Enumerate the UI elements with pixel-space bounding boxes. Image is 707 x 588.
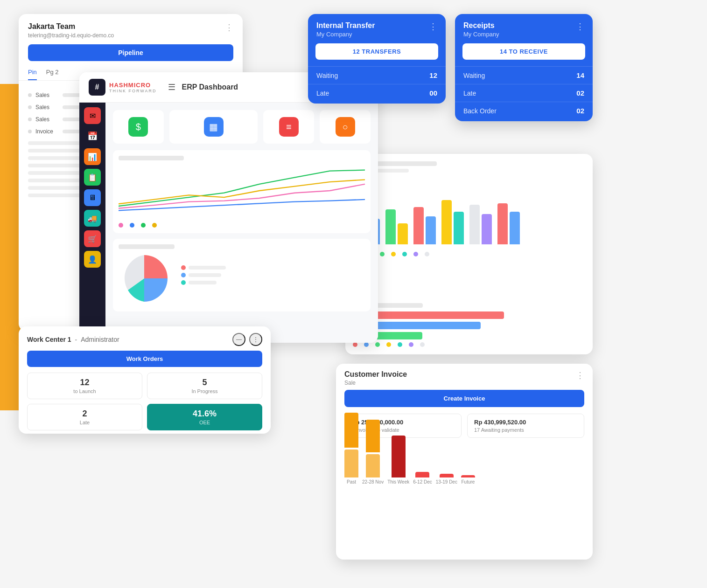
bar-teal-4 [454,212,464,244]
chart-title-placeholder [119,156,184,160]
stat-num-progress: 5 [154,378,255,387]
legend-item-yellow [391,252,396,256]
work-center-card: Work Center 1 - Administrator — ⋮ Work O… [19,326,271,434]
invoice-menu-dots[interactable]: ⋮ [576,370,584,380]
list-label: Sales [35,92,59,98]
legend-item-green [380,252,385,256]
inv-bar-thisweek-bar [392,436,406,477]
invoice-bar-chart: Past 22-28 Nov This Week 6-12 Dec 13-19 [336,444,593,503]
sidebar-icon-chart[interactable]: 📊 [84,148,101,165]
hashmicro-logo: # HASHMICRO THINK FORWARD [89,79,157,96]
hbar-row-3 [353,332,585,339]
sidebar-icon-mail[interactable]: ✉ [84,107,101,124]
internal-stat-late: Late 00 [308,84,446,102]
sidebar-icon-calendar[interactable]: 📅 [84,128,101,145]
sidebar-icon-monitor[interactable]: 🖥 [84,189,101,206]
line-chart-section [113,150,371,233]
stat-num-oee: 41.6% [154,409,255,419]
pipeline-button[interactable]: Pipeline [28,44,233,61]
jakarta-menu-dots[interactable]: ⋮ [225,22,233,33]
brand-name: HASHMICRO [109,82,157,89]
receipts-card: Receipts My Company ⋮ 14 TO RECEIVE Wait… [455,14,593,121]
bar-group-4 [441,200,464,244]
customer-invoice-card: Customer Invoice Sale ⋮ Create Invoice R… [336,364,593,560]
receipts-stat-late: Late 02 [455,84,593,102]
stat-label-progress: In Progress [154,388,255,394]
stat-num-late: 2 [34,409,135,419]
inv-bar-nov-bar2 [366,454,380,477]
receipts-stat-backorder: Back Order 02 [455,102,593,119]
jakarta-nav-pg[interactable]: Pg 2 [46,69,59,80]
barchart-inner [345,154,593,354]
bar-blue-6 [510,212,520,244]
legend-item-gray [425,252,429,256]
inv-label-thisweek: This Week [387,479,409,484]
transfers-button[interactable]: 12 TRANSFERS [315,43,438,60]
stat-label-launch: to Launch [34,388,135,394]
receipts-stat-waiting: Waiting 14 [455,66,593,84]
hamburger-icon[interactable]: ☰ [168,82,175,92]
legend-item-purple [413,252,418,256]
bar-group-5 [469,205,492,244]
inv-bar-dec2-bar [440,474,454,477]
sidebar-icon-truck[interactable]: 🚚 [84,210,101,227]
kpi-row: $ ▦ ≡ ○ [113,110,371,144]
internal-transfer-menu[interactable]: ⋮ [429,21,437,32]
legend-item-1 [181,265,226,270]
work-center-header: Work Center 1 - Administrator — ⋮ [19,326,271,351]
erp-title: ERP Dashboard [182,83,238,91]
hbar-legend-green [375,342,380,347]
invoice-header: Customer Invoice Sale ⋮ [336,364,593,390]
receipts-late-label: Late [463,90,476,97]
hbar-row-1 [353,311,585,319]
sidebar-icon-user[interactable]: 👤 [84,251,101,268]
receipts-late-value: 02 [576,89,584,97]
inv-bar-dec2: 13-19 Dec [436,474,457,484]
kpi-box-1: $ [113,110,164,144]
bar-yellow-4 [441,200,452,244]
amount-box-awaiting: Rp 430,999,520.00 17 Awaiting payments [467,414,584,438]
pie-title-placeholder [119,244,175,249]
backorder-label: Back Order [463,107,497,115]
internal-stat-waiting: Waiting 12 [308,66,446,84]
invoice-bars: Past 22-28 Nov This Week 6-12 Dec 13-19 [344,444,584,496]
brand-text: HASHMICRO THINK FORWARD [109,82,157,93]
erp-main-content: $ ▦ ≡ ○ [105,103,378,343]
sidebar-icon-cart[interactable]: 🛒 [84,230,101,247]
inv-label-past: Past [347,479,356,484]
bar-red-6 [497,203,508,244]
kpi-box-2: ▦ [169,110,258,144]
legend-item-3 [181,280,226,285]
receipts-waiting-label: Waiting [463,72,485,79]
inv-label-future: Future [461,479,475,484]
line-chart-area [119,165,365,221]
backorder-value: 02 [576,107,584,115]
hbar-legend-teal [398,342,402,347]
create-invoice-button[interactable]: Create Invoice [344,390,584,407]
wc-icon-menu[interactable]: ⋮ [249,333,262,346]
inv-label-dec2: 13-19 Dec [436,479,457,484]
receipts-menu[interactable]: ⋮ [576,21,584,32]
invoice-subtitle: Sale [344,380,407,386]
sidebar-icon-list[interactable]: 📋 [84,169,101,186]
inv-bar-past-bar2 [344,450,358,477]
chart-legend [119,223,365,228]
hbar-legend-yellow [386,342,391,347]
bars-container [353,184,585,244]
work-center-title: Work Center 1 - Administrator [27,336,119,343]
bar-chart-legend [353,248,585,260]
bar-group-3 [413,207,436,244]
waiting-label: Waiting [316,72,338,79]
wc-icon-collapse[interactable]: — [232,333,245,346]
late-label: Late [316,90,329,97]
kpi-box-4: ○ [320,110,371,144]
erp-sidebar: ✉ 📅 📊 📋 🖥 🚚 🛒 👤 [79,103,105,343]
invoice-title: Customer Invoice [344,370,407,379]
erp-body: ✉ 📅 📊 📋 🖥 🚚 🛒 👤 $ ▦ ≡ [79,103,378,343]
kpi-icon-dollar: $ [128,117,148,137]
receive-button[interactable]: 14 TO RECEIVE [462,43,585,60]
bar-red-3 [413,207,424,244]
jakarta-nav-pin[interactable]: Pin [28,69,37,80]
hbar-section [353,303,585,347]
work-orders-button[interactable]: Work Orders [27,351,262,367]
